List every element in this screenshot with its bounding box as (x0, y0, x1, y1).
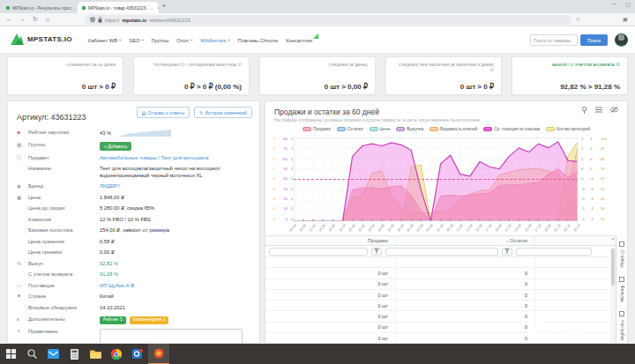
add-group-button[interactable]: + Добавить (100, 142, 131, 151)
legend-item-3[interactable]: Выручка (396, 127, 423, 131)
start-taskbar-icon[interactable] (0, 344, 21, 364)
reviews-button[interactable]: ▤Отзывы и ответы (137, 107, 190, 118)
table-cell (535, 323, 616, 332)
nav-item-3[interactable]: Ozon▾ (176, 38, 192, 43)
filter-funnel-icon[interactable] (502, 248, 512, 256)
avatar[interactable] (615, 33, 628, 47)
legend-item-0[interactable]: Продажи (303, 127, 331, 131)
legend-item-2[interactable]: Цена (370, 127, 391, 131)
table-cell: 0 шт (265, 279, 396, 289)
axis-tick: 100 (601, 137, 612, 141)
list-icon[interactable] (595, 107, 602, 113)
forward-icon[interactable]: → (19, 16, 26, 22)
back-icon[interactable]: ← (6, 16, 12, 22)
table-cell: 0 шт (265, 333, 396, 343)
extension-icon[interactable]: ▣ (623, 16, 628, 23)
side-tab-1[interactable]: Фильтры (619, 277, 624, 303)
attr-label: Группы (28, 142, 100, 148)
attr-value[interactable]: Автомобильные товары / Тент для мотоцикл… (100, 155, 250, 162)
browser-tab-results[interactable]: MPStats.io - Результаты прос… ✕ (2, 2, 76, 13)
attr-value[interactable]: ИП Щубин А В (100, 283, 250, 290)
filter-input-2[interactable] (516, 248, 592, 256)
tab-close-icon[interactable]: ✕ (157, 5, 159, 11)
calculator-taskbar-icon[interactable] (64, 344, 85, 364)
legend-item-1[interactable]: Остатки (337, 127, 363, 131)
search-taskbar-icon[interactable] (21, 344, 42, 364)
legend-item-6[interactable]: Кол-во категорий (546, 127, 590, 131)
favicon-icon (82, 6, 86, 10)
attr-value: 0,00 ₽ (100, 249, 250, 256)
url-prefix: https:// (105, 18, 120, 23)
note-textarea[interactable] (100, 329, 243, 344)
attr-row-13: ▭ПоставщикИП Щубин А В (8, 280, 259, 292)
mpstats-logo[interactable]: MPSTATS.IO (11, 33, 72, 45)
nav-item-1[interactable]: SEO▾ (129, 38, 144, 43)
bookmark-star-icon[interactable]: ☆ (575, 16, 580, 23)
maximize-icon[interactable]: ▢ (625, 1, 631, 7)
eye-off-icon[interactable] (610, 107, 618, 113)
filter-funnel-icon[interactable] (371, 248, 382, 256)
logo-icon (11, 33, 24, 45)
legend-item-4[interactable]: Видимость ключей (430, 127, 477, 131)
filter-input-1[interactable] (385, 248, 498, 256)
nav-item-2[interactable]: Группы (152, 38, 168, 43)
axis-tick: 60 (601, 177, 612, 181)
product-search-input[interactable]: Поиск по товарам... (530, 34, 578, 46)
legend-item-5[interactable]: Ср. позиция по ключам (483, 127, 540, 131)
side-tab-0[interactable]: Столбцы (619, 241, 624, 268)
legend-swatch (303, 127, 311, 131)
summary-cards: СУММАРНО ЗА 60 ДНЕЙ0 шт > 0 ₽ПОТЕНЦИАЛ ⓘ… (7, 56, 628, 95)
axis-tick: 90 (601, 147, 612, 151)
chat-icon: ▤ (142, 110, 146, 115)
reload-icon[interactable]: ↻ (33, 16, 38, 22)
nav-item-5[interactable]: Плагины Chrome (238, 38, 279, 43)
supplier-icon: ▭ (17, 283, 28, 289)
chart-title: Продажи и остатки за 60 дней (274, 108, 618, 116)
legend-label: Ср. позиция по ключам (494, 127, 540, 131)
home-icon[interactable]: ⌂ (46, 16, 49, 22)
groups-icon: ▦ (17, 142, 28, 148)
summary-card-4: ВЫКУП / С УЧЕТОМ ВОЗВРАТА ⓘ92,82 % > 91,… (512, 56, 628, 95)
axis-tick: 1 (288, 158, 293, 161)
table-cell: 0 шт (265, 301, 396, 310)
attr-row-5: ▣Цена1 848,00 ₽ (8, 192, 259, 204)
nav-item-6[interactable]: Консалтинг (286, 38, 313, 43)
file-explorer-taskbar-icon[interactable] (85, 344, 106, 364)
column-header-0[interactable]: Продажи (265, 236, 396, 245)
chrome-taskbar-icon[interactable] (106, 344, 127, 364)
shield-icon (90, 17, 95, 23)
outlook-taskbar-icon[interactable] (127, 344, 148, 364)
table-cell (265, 257, 396, 267)
column-header-2[interactable] (535, 236, 616, 245)
browser-tabstrip: MPStats.io - Результаты прос… ✕ MPStats.… (0, 0, 635, 13)
attr-label: Цена приемки (28, 249, 100, 256)
table-row: 0 шт0 (265, 290, 616, 301)
attr-value[interactable]: ЛИДЕР!! (100, 183, 250, 190)
axis-tick: 40 (277, 177, 288, 181)
pin-icon[interactable] (581, 107, 587, 114)
axis-tick: 0 (288, 177, 293, 181)
summary-card-1: ПОТЕНЦИАЛ ⓘ / УПУЩЕННАЯ ВЫРУЧКА ⓘ0 ₽ > 0… (133, 56, 250, 95)
legend-label: Выручка (407, 127, 423, 131)
filter-input-0[interactable] (269, 248, 368, 256)
history-button[interactable]: ↻История изменений (194, 107, 252, 118)
axis-tick: 40 (601, 197, 612, 201)
side-tab-2[interactable]: Настройки (619, 311, 624, 341)
mail-taskbar-icon[interactable] (42, 344, 64, 364)
card-label: ПОТЕНЦИАЛ ⓘ / УПУЩЕННАЯ ВЫРУЧКА ⓘ (154, 63, 242, 68)
attr-row-12: С учетом возврата91,28 % (8, 269, 259, 280)
attr-label: Выкуп (28, 261, 100, 267)
attr-row-4: ◉БрендЛИДЕР!! (8, 181, 259, 192)
nav-item-0[interactable]: Кабинет WB▾ (88, 38, 121, 43)
address-bar[interactable]: https://mpstats.io/wb/item/43631223 (85, 15, 572, 25)
column-header-1[interactable]: ↓ Остаток (396, 236, 535, 245)
tab-title: MPStats.io - товар 43631223 - … (88, 5, 154, 11)
nav-item-4[interactable]: Wildberries▾ (200, 38, 229, 43)
minimize-icon[interactable]: — (611, 1, 616, 7)
table-cell: 0 (396, 333, 535, 343)
sales-table: Продажи↓ Остаток0 шт00 шт00 шт00 шт00 шт… (265, 235, 616, 344)
browser-tab-item[interactable]: MPStats.io - товар 43631223 - … ✕ (78, 2, 159, 13)
search-button[interactable]: Поиск (580, 34, 608, 46)
new-tab-button[interactable]: + (162, 3, 166, 9)
browser-active-taskbar-icon[interactable] (148, 344, 169, 364)
